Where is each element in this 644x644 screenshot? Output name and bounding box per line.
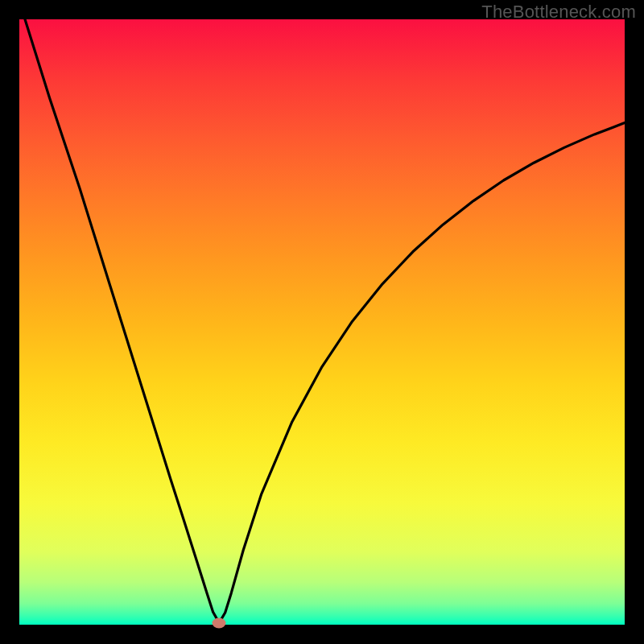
plot-area [19,19,625,625]
bottleneck-curve [19,19,625,625]
watermark-label: TheBottleneck.com [481,2,636,23]
optimal-point-marker [213,617,226,628]
chart-container: TheBottleneck.com [0,0,644,644]
